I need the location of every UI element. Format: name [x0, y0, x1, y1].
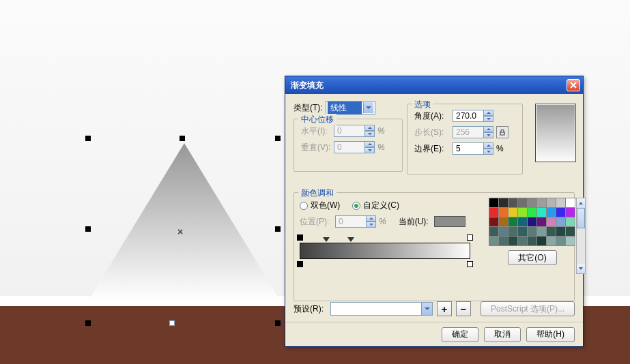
palette-swatch[interactable]: [566, 198, 575, 208]
palette-swatch[interactable]: [528, 237, 537, 246]
palette-swatch[interactable]: [547, 198, 556, 208]
palette-swatch[interactable]: [556, 237, 566, 246]
spinner-down-icon[interactable]: [483, 149, 493, 155]
spinner-up-icon[interactable]: [483, 142, 493, 149]
gradient-stop-marker[interactable]: [297, 234, 303, 241]
vertical-input: [334, 141, 365, 153]
palette-swatch[interactable]: [556, 227, 566, 237]
type-select[interactable]: 线性: [326, 101, 375, 115]
palette-swatch[interactable]: [547, 227, 556, 237]
cancel-button[interactable]: 取消: [484, 327, 521, 342]
selection-handle[interactable]: [85, 320, 91, 326]
palette-swatch[interactable]: [518, 208, 528, 217]
palette-swatch[interactable]: [547, 217, 556, 227]
titlebar[interactable]: 渐变填充: [285, 76, 583, 94]
palette-swatch[interactable]: [489, 227, 499, 237]
spinner-down-icon: [366, 222, 376, 228]
gradient-ramp-bar[interactable]: [300, 243, 470, 259]
palette-swatch[interactable]: [509, 237, 518, 246]
palette-swatch[interactable]: [537, 198, 547, 208]
palette-swatch[interactable]: [518, 198, 528, 208]
help-button[interactable]: 帮助(H): [526, 327, 575, 342]
palette-swatch[interactable]: [556, 198, 566, 208]
palette-swatch[interactable]: [537, 208, 547, 217]
palette-swatch[interactable]: [509, 208, 518, 217]
palette-swatch[interactable]: [509, 227, 518, 237]
preset-remove-button[interactable]: −: [456, 301, 471, 316]
palette-swatch[interactable]: [518, 227, 528, 237]
lock-icon[interactable]: [496, 126, 509, 138]
vertical-spinner: [334, 141, 375, 153]
selection-handle[interactable]: [275, 136, 281, 141]
palette-swatch[interactable]: [566, 237, 575, 246]
spinner-down-icon: [364, 147, 375, 153]
palette-swatch[interactable]: [537, 237, 547, 246]
chevron-down-icon[interactable]: [363, 102, 373, 113]
close-button[interactable]: [567, 79, 580, 91]
position-spinner: [335, 215, 376, 228]
palette-swatch[interactable]: [528, 217, 537, 227]
palette-swatch[interactable]: [528, 227, 537, 237]
palette-grid: [489, 198, 576, 246]
palette-swatch[interactable]: [537, 217, 547, 227]
spinner-down-icon[interactable]: [483, 116, 493, 122]
palette-swatch[interactable]: [509, 217, 518, 227]
step-spinner: [453, 126, 493, 138]
gradient-stop-marker[interactable]: [467, 234, 473, 241]
other-colors-button[interactable]: 其它(O): [508, 250, 556, 265]
palette-swatch[interactable]: [518, 217, 528, 227]
palette-swatch[interactable]: [547, 237, 556, 246]
palette-swatch[interactable]: [528, 208, 537, 217]
chevron-down-icon[interactable]: [421, 303, 432, 315]
palette-swatch[interactable]: [518, 237, 528, 246]
palette-swatch[interactable]: [489, 217, 499, 227]
palette-swatch[interactable]: [499, 208, 509, 217]
gradient-midpoint-marker[interactable]: [323, 237, 330, 242]
palette-swatch[interactable]: [509, 198, 518, 208]
preset-add-button[interactable]: +: [437, 301, 452, 316]
palette-swatch[interactable]: [499, 198, 509, 208]
palette-swatch[interactable]: [566, 227, 575, 237]
palette-swatch[interactable]: [499, 237, 509, 246]
angle-input[interactable]: [453, 110, 484, 122]
selection-handle[interactable]: [275, 226, 281, 232]
shape-center-marker: [177, 226, 186, 234]
selection-handle[interactable]: [85, 226, 91, 232]
palette-swatch[interactable]: [556, 208, 566, 217]
angle-spinner[interactable]: [453, 110, 493, 122]
palette-swatch[interactable]: [566, 217, 575, 227]
triangle-shape[interactable]: [89, 143, 280, 300]
two-color-radio[interactable]: 双色(W): [300, 200, 340, 211]
current-color-swatch[interactable]: [434, 216, 466, 227]
palette-swatch[interactable]: [499, 227, 509, 237]
edge-input[interactable]: [453, 142, 484, 155]
edge-spinner[interactable]: [453, 142, 493, 155]
preset-combobox[interactable]: [330, 302, 433, 316]
gradient-fill-dialog: 渐变填充 类型(T): 线性 中心位移 水平(I):: [285, 76, 584, 347]
scrollbar-thumb[interactable]: [577, 208, 585, 228]
gradient-midpoint-marker[interactable]: [347, 237, 354, 242]
selection-handle[interactable]: [169, 320, 175, 326]
gradient-ramp[interactable]: [300, 243, 470, 259]
palette-swatch[interactable]: [528, 198, 537, 208]
palette-swatch[interactable]: [489, 208, 499, 217]
custom-radio[interactable]: 自定义(C): [352, 200, 399, 211]
palette-swatch[interactable]: [499, 217, 509, 227]
palette-swatch[interactable]: [537, 227, 547, 237]
scroll-down-icon[interactable]: [577, 264, 585, 273]
selection-handle[interactable]: [85, 136, 91, 141]
gradient-stop-marker[interactable]: [297, 261, 303, 267]
scroll-up-icon[interactable]: [577, 198, 585, 208]
palette-swatch[interactable]: [547, 208, 556, 217]
spinner-up-icon: [366, 215, 376, 222]
palette-swatch[interactable]: [556, 217, 566, 227]
spinner-up-icon[interactable]: [483, 110, 493, 116]
selection-handle[interactable]: [180, 136, 185, 141]
palette-swatch[interactable]: [489, 198, 499, 208]
palette-swatch[interactable]: [566, 208, 575, 217]
palette-scrollbar[interactable]: [576, 198, 586, 274]
selection-handle[interactable]: [275, 320, 281, 326]
gradient-stop-marker[interactable]: [467, 261, 473, 267]
ok-button[interactable]: 确定: [442, 327, 478, 342]
palette-swatch[interactable]: [489, 237, 499, 246]
